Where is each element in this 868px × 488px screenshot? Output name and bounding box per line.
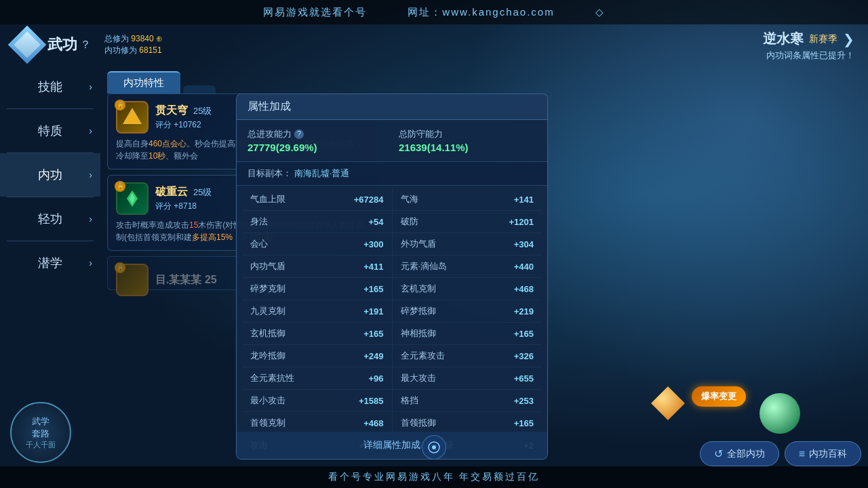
neigong-baike-btn[interactable]: ≡ 内功百科 [785, 441, 861, 466]
explosive-badge[interactable]: 爆率变更 [692, 386, 746, 407]
neigong-baike-label: 内功百科 [809, 448, 847, 460]
lock-badge: 🔒 [115, 100, 125, 110]
sidebar-item-jn[interactable]: 技能 › [0, 65, 100, 108]
baike-icon: ≡ [799, 448, 805, 460]
attr-right-name-9: 格挡 [401, 394, 418, 407]
attr-row-7: 龙吟抵御 +249 全元素攻击 +326 [242, 345, 542, 367]
skill1-name: 贯天穹 [155, 104, 188, 118]
attr-left-name-4: 碎梦克制 [250, 283, 285, 295]
attr-row-0: 气血上限 +67284 气海 +141 [242, 188, 542, 211]
attr-left-name-6: 玄机抵御 [250, 327, 285, 340]
attr-right-name-10: 首领抵御 [401, 417, 436, 429]
top-banner: 网易游戏就选看个号 网址：www.kangchao.com ◇ [0, 0, 868, 24]
def-label: 总防守能力 [399, 128, 536, 140]
skill1-level: 25级 [193, 105, 212, 117]
attr-left-name-3: 内功气盾 [250, 260, 285, 272]
skill2-score: 评分 +8718 [155, 201, 212, 212]
question-mark[interactable]: ？ [80, 38, 91, 52]
tab-neigong-texing[interactable]: 内功特性 [107, 71, 180, 94]
diamond-icon [8, 26, 47, 64]
attr-row-6: 玄机抵御 +165 神相抵御 +165 [242, 323, 542, 345]
svg-point-3 [432, 445, 436, 449]
attr-row-4: 碎梦克制 +165 玄机克制 +468 [242, 278, 542, 300]
attr-cell-left-6: 玄机抵御 +165 [242, 323, 393, 344]
attr-right-val-0: +141 [514, 195, 534, 205]
attr-cell-right-7: 全元素攻击 +326 [393, 345, 542, 367]
top-banner-middle: 网址：www.kangchao.com [408, 6, 554, 19]
attr-right-val-10: +165 [514, 418, 534, 428]
attr-row-5: 九灵克制 +191 碎梦抵御 +219 [242, 300, 542, 323]
attr-cell-left-0: 气血上限 +67284 [242, 188, 393, 210]
sidebar-item-qx[interactable]: 潜学 › [0, 241, 100, 285]
attr-left-val-10: +468 [363, 418, 383, 428]
tab-other[interactable] [183, 85, 216, 94]
attr-cell-right-2: 外功气盾 +304 [393, 233, 542, 255]
badge-main: 武学 [32, 415, 50, 428]
target-dungeon-name: 南海乱墟·普通 [294, 168, 350, 178]
skill-icon-guantianqiong: 🔒 [116, 101, 149, 134]
attr-cell-left-9: 最小攻击 +1585 [242, 390, 393, 411]
attr-cell-right-8: 最大攻击 +655 [393, 367, 542, 389]
attr-right-val-8: +655 [514, 373, 534, 384]
bottom-left-badge[interactable]: 武学 套路 千人千面 [7, 399, 75, 466]
attr-right-val-6: +165 [514, 329, 534, 339]
attr-right-name-1: 破防 [401, 216, 418, 228]
attr-left-name-8: 全元素抗性 [250, 372, 294, 384]
attr-left-name-7: 龙吟抵御 [250, 350, 285, 362]
header-area: 武功 ？ 总修为 93840 ⊕ 内功修为 68151 [0, 24, 868, 65]
attr-row-2: 会心 +300 外功气盾 +304 [242, 233, 542, 256]
attr-cell-left-5: 九灵克制 +191 [242, 300, 393, 322]
attr-panel-title: 属性加成 [237, 94, 547, 120]
attr-left-val-6: +165 [363, 329, 383, 339]
badge-sub: 千人千面 [26, 440, 56, 450]
attr-row-1: 身法 +54 破防 +1201 [242, 211, 542, 233]
badge-circle: 武学 套路 千人千面 [10, 402, 71, 463]
attr-cell-left-3: 内功气盾 +411 [242, 256, 393, 277]
atk-help-icon[interactable]: ? [294, 129, 304, 139]
target-label: 目标副本： [248, 168, 292, 178]
skill-icon-placeholder: 🔒 [116, 264, 149, 296]
stat-neigong: 内功修为 68151 [104, 45, 163, 56]
attr-left-name-1: 身法 [250, 216, 268, 228]
sidebar-item-ng[interactable]: 内功 › [0, 153, 100, 197]
attr-left-val-1: +54 [368, 217, 383, 227]
atk-value: 27779(29.69%) [248, 142, 385, 153]
target-dungeon-bar: 目标副本： 南海乱墟·普通 [237, 162, 547, 186]
bottom-buttons: ↺ 全部内功 ≡ 内功百科 [700, 441, 861, 466]
attr-cell-right-4: 玄机克制 +468 [393, 278, 542, 300]
skill3-name-placeholder: 目.某某某 25 [155, 274, 217, 285]
scroll-btn[interactable] [422, 435, 446, 460]
sidebar-item-tz[interactable]: 特质 › [0, 109, 100, 152]
sidebar-item-qg[interactable]: 轻功 › [0, 197, 100, 241]
attr-right-val-3: +440 [514, 262, 534, 272]
attr-cell-left-2: 会心 +300 [242, 233, 393, 255]
nav-arrow-ng: › [89, 169, 92, 180]
refresh-icon: ↺ [714, 447, 723, 460]
all-neigong-btn[interactable]: ↺ 全部内功 [700, 441, 779, 466]
badge-line2: 套路 [32, 428, 50, 440]
nav-arrow-jn: › [89, 81, 92, 92]
attr-summary: 总进攻能力 ? 27779(29.69%) 总防守能力 21639(14.11%… [237, 120, 547, 162]
skill1-score: 评分 +10762 [155, 119, 212, 131]
header-stats: 总修为 93840 ⊕ 内功修为 68151 [104, 33, 163, 56]
attr-right-name-5: 碎梦抵御 [401, 305, 436, 317]
attr-cell-right-1: 破防 +1201 [393, 211, 542, 232]
attr-left-name-10: 首领克制 [250, 417, 285, 429]
nav-arrow-qx: › [89, 258, 92, 268]
attr-cell-right-5: 碎梦抵御 +219 [393, 300, 542, 322]
attr-row-9: 最小攻击 +1585 格挡 +253 [242, 390, 542, 412]
skill2-level: 25级 [193, 186, 212, 199]
atk-label: 总进攻能力 [248, 128, 292, 140]
attr-cell-left-7: 龙吟抵御 +249 [242, 345, 393, 367]
lock-badge-3: 🔒 [115, 262, 125, 273]
attr-row-8: 全元素抗性 +96 最大攻击 +655 [242, 367, 542, 390]
attr-left-val-2: +300 [363, 239, 383, 249]
nav-arrow-tz: › [89, 125, 92, 136]
attr-right-val-7: +326 [514, 351, 534, 361]
def-summary: 总防守能力 21639(14.11%) [399, 128, 536, 153]
attr-footer-btn[interactable]: 详细属性加成 [237, 432, 547, 459]
attr-right-name-4: 玄机克制 [401, 283, 436, 295]
attr-left-name-2: 会心 [250, 238, 268, 250]
all-neigong-label: 全部内功 [727, 448, 765, 460]
attr-right-name-3: 元素·滴仙岛 [401, 260, 448, 272]
